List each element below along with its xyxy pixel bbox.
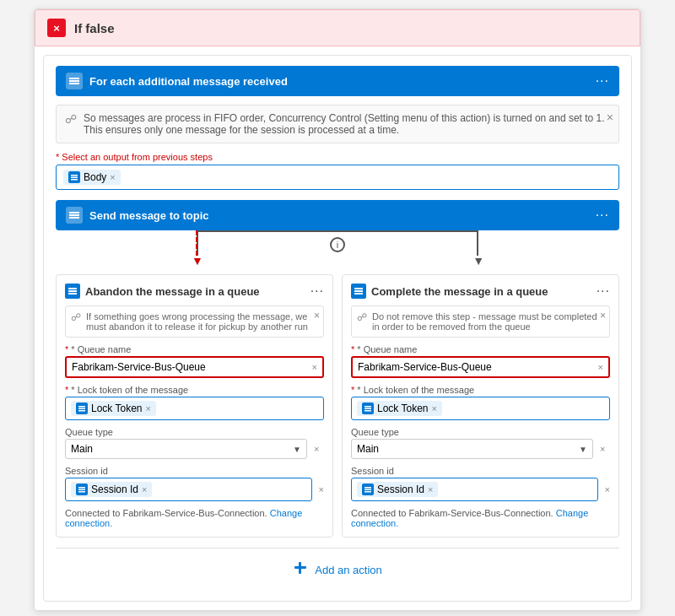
complete-dots-menu[interactable]: ··· [597, 284, 610, 299]
info-close-button[interactable]: × [607, 111, 613, 124]
add-action-icon [293, 560, 308, 579]
abandon-queue-clear[interactable]: × [312, 362, 317, 372]
abandon-session-tag-text: Session Id [91, 484, 138, 495]
complete-connected-text: Connected to Fabrikam-Service-Bus-Connec… [351, 508, 610, 528]
abandon-lock-label: * * Lock token of the message [65, 385, 324, 395]
abandon-session-id-group: Session id [65, 466, 324, 501]
send-message-block[interactable]: Send message to topic ··· [56, 200, 619, 230]
body-tag-close[interactable]: × [110, 172, 115, 182]
complete-lock-label: * * Lock token of the message [351, 385, 610, 395]
right-arrow-icon: ▼ [472, 254, 484, 267]
abandon-session-row: Session Id × × [65, 478, 324, 501]
svg-rect-2 [69, 83, 79, 84]
add-action-button[interactable]: Add an action [315, 564, 382, 576]
svg-rect-3 [71, 175, 78, 176]
info-message: ☍ So messages are process in FIFO order,… [56, 105, 619, 143]
abandon-desc: ☍ If something goes wrong processing the… [65, 305, 324, 338]
complete-desc-close[interactable]: × [600, 310, 606, 322]
svg-rect-17 [78, 491, 85, 493]
complete-session-tag-close[interactable]: × [428, 484, 433, 494]
svg-rect-6 [69, 212, 79, 213]
abandon-session-label: Session id [65, 466, 324, 476]
abandon-lock-token-group: * * Lock token of the message [65, 385, 324, 420]
abandon-session-clear[interactable]: × [319, 484, 324, 494]
complete-queue-clear[interactable]: × [598, 362, 603, 372]
abandon-queue-type-label: Queue type [65, 427, 324, 437]
add-action-row: Add an action [56, 548, 619, 591]
if-false-title: If false [74, 21, 115, 35]
left-arrow-icon: ▼ [192, 254, 203, 267]
abandon-lock-tag-close[interactable]: × [146, 403, 151, 413]
complete-queue-type-clear[interactable]: × [600, 444, 605, 454]
complete-lock-tag-close[interactable]: × [432, 403, 437, 413]
svg-rect-26 [364, 491, 371, 493]
complete-session-tag: Session Id × [357, 482, 438, 497]
complete-lock-tag-text: Lock Token [377, 403, 429, 414]
foreach-block[interactable]: For each additional message received ··· [56, 66, 619, 96]
abandon-queue-type-value: Main [71, 443, 93, 455]
abandon-lock-tag-icon [76, 403, 88, 414]
abandon-session-input[interactable]: Session Id × [65, 478, 312, 501]
complete-lock-tag-icon [362, 403, 374, 414]
svg-rect-25 [364, 489, 371, 491]
abandon-queue-type-clear[interactable]: × [314, 444, 319, 454]
svg-rect-18 [354, 288, 363, 289]
abandon-session-tag-close[interactable]: × [142, 484, 147, 494]
svg-rect-13 [78, 408, 85, 410]
send-icon [66, 207, 83, 224]
abandon-session-tag: Session Id × [71, 482, 152, 497]
abandon-queue-input[interactable]: Fabrikam-Service-Bus-Queue × [65, 356, 324, 378]
inner-content: For each additional message received ···… [43, 55, 632, 602]
abandon-desc-close[interactable]: × [314, 310, 320, 322]
complete-session-clear[interactable]: × [605, 484, 610, 494]
abandon-session-icon [76, 484, 88, 495]
branch-arrows: i ▼ ▼ [56, 230, 619, 274]
if-false-header: × If false [35, 9, 640, 46]
abandon-chevron-icon: ▼ [293, 445, 301, 454]
body-tag: Body × [63, 170, 121, 185]
body-tag-icon [68, 171, 80, 183]
complete-queue-type-select[interactable]: Main ▼ [351, 439, 593, 459]
complete-lock-input[interactable]: Lock Token × [351, 397, 610, 420]
abandon-title: Abandon the message in a queue [85, 285, 260, 298]
abandon-lock-tag: Lock Token × [71, 401, 156, 416]
svg-rect-4 [71, 177, 78, 179]
if-false-close-button[interactable]: × [47, 19, 66, 37]
complete-queue-input[interactable]: Fabrikam-Service-Bus-Queue × [351, 356, 610, 378]
complete-icon [351, 284, 366, 299]
abandon-queue-name-group: * * Queue name Fabrikam-Service-Bus-Queu… [65, 344, 324, 378]
svg-rect-21 [364, 406, 371, 408]
svg-rect-11 [68, 293, 77, 294]
abandon-icon [65, 284, 80, 299]
svg-rect-19 [354, 290, 363, 292]
complete-session-input[interactable]: Session Id × [351, 478, 598, 501]
complete-queue-label: * * Queue name [351, 344, 610, 354]
complete-queue-type-group: Queue type Main ▼ × [351, 427, 610, 459]
svg-rect-10 [68, 290, 77, 292]
complete-session-row: Session Id × × [351, 478, 610, 501]
complete-session-id-group: Session id [351, 466, 610, 501]
svg-rect-23 [364, 410, 371, 412]
svg-rect-22 [364, 408, 371, 410]
svg-rect-5 [71, 179, 78, 181]
output-select[interactable]: Body × [56, 165, 619, 190]
svg-rect-24 [364, 487, 371, 489]
abandon-queue-type-select[interactable]: Main ▼ [65, 439, 307, 459]
complete-card-header: Complete the message in a queue ··· [351, 284, 610, 299]
two-col: Abandon the message in a queue ··· ☍ If … [56, 274, 619, 538]
abandon-queue-label: * * Queue name [65, 344, 324, 354]
complete-title: Complete the message in a queue [371, 285, 548, 298]
svg-rect-14 [78, 410, 85, 412]
complete-session-tag-text: Session Id [377, 484, 424, 495]
foreach-dots-menu[interactable]: ··· [596, 73, 609, 89]
abandon-lock-input[interactable]: Lock Token × [65, 397, 324, 420]
abandon-title-row: Abandon the message in a queue [65, 284, 260, 299]
send-dots-menu[interactable]: ··· [596, 208, 609, 223]
svg-rect-8 [69, 217, 79, 219]
main-container: × If false For each additional message r… [34, 8, 641, 611]
svg-rect-7 [69, 214, 79, 216]
abandon-dots-menu[interactable]: ··· [310, 284, 324, 299]
complete-session-icon [362, 484, 374, 495]
abandon-card-header: Abandon the message in a queue ··· [65, 284, 324, 299]
complete-lock-token-group: * * Lock token of the message [351, 385, 610, 420]
